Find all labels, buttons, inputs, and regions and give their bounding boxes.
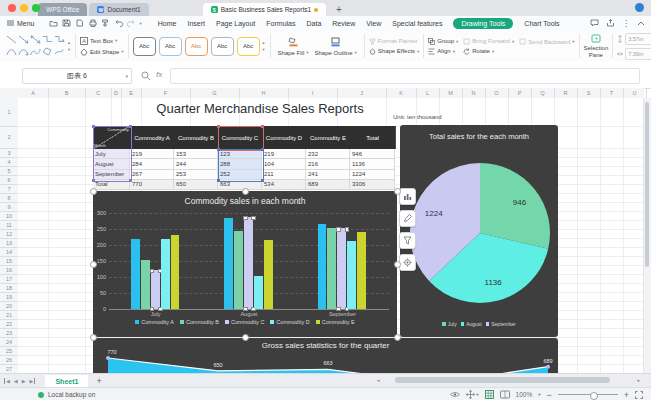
- table-cell[interactable]: 946: [350, 149, 395, 159]
- align-button[interactable]: Align▾: [428, 48, 458, 55]
- chart-selection-handle[interactable]: [90, 188, 97, 195]
- shape-fill-button[interactable]: Shape Fill▾: [278, 37, 309, 56]
- maximize-window-icon[interactable]: [32, 4, 40, 12]
- chart-selection-handle[interactable]: [394, 188, 401, 195]
- table-cell[interactable]: 284: [130, 159, 174, 169]
- print-preview-icon[interactable]: [75, 19, 84, 27]
- bar-chart[interactable]: Commodity sales in each month 0501001502…: [93, 191, 397, 337]
- menu-tab-data[interactable]: Data: [306, 20, 321, 27]
- shape-style-preset-5[interactable]: Abc: [237, 37, 260, 56]
- column-header-B[interactable]: B: [48, 88, 86, 98]
- column-header-S[interactable]: S: [577, 88, 601, 98]
- table-cell[interactable]: 232: [306, 149, 350, 159]
- bar-commodity-c-august[interactable]: [244, 217, 253, 309]
- tab-wps-office[interactable]: WPS Office: [38, 3, 87, 16]
- shape-effects-button[interactable]: Shape Effects▾: [369, 48, 420, 55]
- column-header-G[interactable]: G: [190, 88, 240, 98]
- page-layout-view-icon[interactable]: [500, 390, 510, 399]
- text-box-button[interactable]: A Text Box▾: [80, 37, 124, 45]
- bar-commodity-b-september[interactable]: [327, 228, 336, 309]
- bar-commodity-c-september[interactable]: [337, 228, 346, 309]
- column-header-K[interactable]: K: [386, 88, 417, 98]
- column-header-N[interactable]: N: [462, 88, 486, 98]
- bar-commodity-d-august[interactable]: [254, 276, 263, 309]
- zoom-slider-thumb[interactable]: [590, 392, 598, 400]
- menu-tab-home[interactable]: Home: [158, 20, 177, 27]
- column-header-R[interactable]: R: [554, 88, 578, 98]
- normal-view-icon[interactable]: [485, 390, 494, 399]
- column-header-T[interactable]: T: [600, 88, 624, 98]
- shape-style-preset-1[interactable]: Abc: [133, 37, 156, 56]
- rotate-button[interactable]: Rotate▾: [463, 48, 514, 55]
- menu-tab-drawing-tools[interactable]: Drawing Tools: [453, 18, 513, 29]
- table-cell[interactable]: 288: [218, 159, 262, 169]
- prev-sheet-icon[interactable]: ◀: [14, 378, 18, 384]
- bar-commodity-e-august[interactable]: [264, 240, 273, 309]
- save-icon[interactable]: [62, 19, 71, 27]
- column-header-C[interactable]: C: [85, 88, 112, 98]
- name-box-caret-icon[interactable]: ▾: [125, 73, 128, 79]
- column-header-Q[interactable]: Q: [531, 88, 555, 98]
- bar-commodity-e-september[interactable]: [357, 232, 366, 309]
- tab-active-workbook[interactable]: S Basic Business Sales Reports1: [203, 3, 326, 16]
- table-cell[interactable]: 219: [262, 149, 306, 159]
- table-cell[interactable]: 689: [306, 180, 350, 190]
- column-header-E[interactable]: E: [121, 88, 142, 98]
- bar-commodity-e-july[interactable]: [171, 235, 180, 309]
- chart-settings-button[interactable]: [399, 254, 416, 271]
- column-header-O[interactable]: O: [485, 88, 509, 98]
- shape-preset-8[interactable]: [30, 47, 41, 58]
- zoom-out-button[interactable]: −: [546, 390, 551, 400]
- table-cell[interactable]: 104: [262, 159, 306, 169]
- column-header-I[interactable]: I: [288, 88, 338, 98]
- zoom-formula-icon[interactable]: [141, 71, 151, 81]
- table-cell[interactable]: 1224: [350, 170, 395, 180]
- shape-style-preset-3[interactable]: Abc: [185, 37, 208, 56]
- bar-commodity-d-september[interactable]: [347, 241, 356, 309]
- chart-filter-button[interactable]: [399, 232, 416, 249]
- menu-tab-review[interactable]: Review: [332, 20, 355, 27]
- table-cell[interactable]: 216: [306, 159, 350, 169]
- bar-commodity-c-july[interactable]: [151, 270, 160, 309]
- area-chart[interactable]: 770650663689 Gross sales statistics for …: [93, 338, 558, 373]
- redo-icon[interactable]: [127, 19, 136, 27]
- shape-width-field[interactable]: 7.39in▴▾: [617, 48, 651, 60]
- column-header-J[interactable]: J: [337, 88, 387, 98]
- shape-style-preset-4[interactable]: Abc: [211, 37, 234, 56]
- chart-selection-handle[interactable]: [394, 261, 401, 268]
- table-cell[interactable]: 1136: [350, 159, 395, 169]
- shape-style-stepper[interactable]: ▲▼: [262, 40, 266, 52]
- tab-document1[interactable]: W Document1: [89, 3, 148, 16]
- add-sheet-button[interactable]: +: [96, 376, 101, 386]
- table-cell[interactable]: 153: [174, 149, 218, 159]
- vertical-scrollbar[interactable]: [643, 98, 651, 373]
- menu-button[interactable]: Menu: [7, 20, 35, 27]
- fullscreen-icon[interactable]: [635, 391, 643, 399]
- table-cell[interactable]: 123: [218, 149, 262, 159]
- shape-preset-3[interactable]: [30, 35, 41, 46]
- collapse-ribbon-icon[interactable]: [637, 21, 645, 26]
- chart-selection-handle[interactable]: [90, 261, 97, 268]
- menu-tab-view[interactable]: View: [366, 20, 381, 27]
- selection-pane-button[interactable]: SelectionPane: [584, 34, 609, 58]
- table-cell[interactable]: 241: [306, 170, 350, 180]
- shape-preset-7[interactable]: [18, 47, 29, 58]
- comment-icon[interactable]: [590, 19, 599, 27]
- column-header-L[interactable]: L: [416, 88, 440, 98]
- menu-tab-special-features[interactable]: Special features: [392, 20, 442, 27]
- fx-label[interactable]: fx: [156, 70, 162, 79]
- column-header-A[interactable]: A: [18, 88, 49, 98]
- pan-mode-button[interactable]: ▾: [466, 390, 478, 399]
- shape-preset-10[interactable]: [54, 47, 65, 58]
- sales-data-table[interactable]: CommodityMonthCommodity ACommodity BComm…: [93, 126, 395, 190]
- column-header-U[interactable]: U: [623, 88, 647, 98]
- formula-input[interactable]: [170, 68, 640, 84]
- print-icon[interactable]: [88, 19, 97, 27]
- minimize-window-icon[interactable]: [20, 4, 28, 12]
- table-cell[interactable]: 267: [130, 170, 174, 180]
- menu-tab-insert[interactable]: Insert: [187, 20, 205, 27]
- new-tab-button[interactable]: +: [336, 3, 342, 16]
- table-cell[interactable]: 252: [218, 170, 262, 180]
- horizontal-scrollbar-thumb[interactable]: [395, 377, 610, 383]
- table-cell[interactable]: 3306: [350, 180, 395, 190]
